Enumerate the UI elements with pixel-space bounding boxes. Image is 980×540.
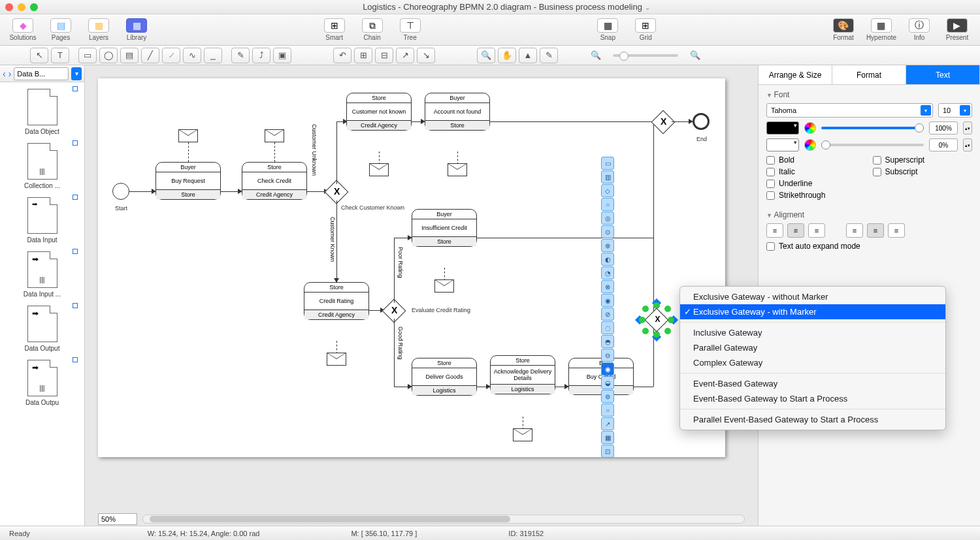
- task-not-known[interactable]: Store Customer not known Credit Agency: [346, 93, 412, 131]
- align-left[interactable]: ≡: [766, 223, 783, 238]
- tool-ungroup[interactable]: ⊟: [375, 48, 393, 63]
- gateway-merge[interactable]: X: [651, 110, 676, 135]
- nav-forward-button[interactable]: ›: [8, 69, 12, 79]
- canvas[interactable]: Start Buyer Buy Request Store Store Chec…: [85, 65, 758, 526]
- strip-icon[interactable]: ○: [601, 198, 614, 211]
- strip-icon[interactable]: ◐: [601, 253, 614, 266]
- toolbar-tree[interactable]: ⊤Tree: [394, 18, 427, 41]
- tool-eyedropper[interactable]: ✎: [540, 48, 558, 63]
- menu-event-start[interactable]: Event-Based Gateway to Start a Process: [680, 391, 945, 406]
- task-ack[interactable]: Store Acknowledge Delivery Details Logis…: [490, 355, 555, 394]
- tool-text[interactable]: T: [51, 48, 69, 63]
- menu-event-based[interactable]: Event-Based Gateway: [680, 376, 945, 391]
- start-event[interactable]: [112, 183, 129, 200]
- check-subscript[interactable]: Subscript: [873, 167, 973, 176]
- align-center[interactable]: ≡: [787, 223, 804, 238]
- toolbar-grid[interactable]: ⊞Grid: [629, 18, 662, 41]
- strip-icon[interactable]: ⊖: [601, 349, 614, 362]
- tool-pointer[interactable]: ↖: [30, 48, 48, 63]
- font-section-header[interactable]: Font: [766, 90, 972, 99]
- toolbar-format[interactable]: 🎨Format: [827, 18, 860, 41]
- menu-excl-marker[interactable]: Exclusive Gateway - with Marker: [680, 304, 945, 319]
- strip-icon[interactable]: ◎: [601, 212, 614, 225]
- tool-table[interactable]: ▤: [120, 48, 139, 63]
- strip-icon[interactable]: ▭: [601, 157, 614, 170]
- minimize-window-button[interactable]: [18, 3, 25, 11]
- tool-hand[interactable]: ✋: [498, 48, 516, 63]
- strip-icon[interactable]: ⊡: [601, 445, 614, 458]
- task-credit-rating[interactable]: Store Credit Rating Credit Agency: [304, 282, 369, 320]
- valign-middle[interactable]: ≡: [867, 223, 884, 238]
- task-insufficient[interactable]: Buyer Insufficient Credit Store: [412, 209, 477, 247]
- strip-icon[interactable]: ⊘: [601, 308, 614, 321]
- tab-text[interactable]: Text: [906, 65, 980, 84]
- strip-icon[interactable]: ⊗: [601, 280, 614, 293]
- zoom-out-button[interactable]: 🔍: [587, 48, 605, 63]
- strip-icon[interactable]: ⊕: [601, 239, 614, 252]
- font-size-select[interactable]: 10▾: [938, 103, 972, 118]
- zoom-window-button[interactable]: [30, 3, 38, 11]
- check-auto-expand[interactable]: Text auto expand mode: [766, 242, 972, 251]
- strip-icon[interactable]: ▥: [601, 170, 614, 183]
- zoom-level[interactable]: 50%: [98, 513, 137, 525]
- tab-format[interactable]: Format: [832, 65, 906, 84]
- strip-icon[interactable]: ◓: [601, 335, 614, 348]
- tool-line[interactable]: ╱: [141, 48, 159, 63]
- toolbar-chain[interactable]: ⧉Chain: [356, 18, 389, 41]
- tool-spline[interactable]: ∿: [183, 48, 201, 63]
- horizontal-scrollbar[interactable]: [142, 515, 745, 524]
- zoom-in-button[interactable]: 🔍: [686, 48, 704, 63]
- strip-icon[interactable]: ↗: [601, 417, 614, 430]
- text-color-well[interactable]: [766, 121, 799, 135]
- tool-crop[interactable]: ▣: [273, 48, 291, 63]
- check-strikethrough[interactable]: Strikethrough: [766, 191, 866, 200]
- toolbar-info[interactable]: ⓘInfo: [903, 18, 936, 41]
- opacity-stepper-2[interactable]: ▴▾: [963, 138, 972, 151]
- toolbar-hypernote[interactable]: ▦Hypernote: [865, 18, 898, 41]
- menu-complex[interactable]: Complex Gateway: [680, 355, 945, 370]
- tool-ellipse[interactable]: ◯: [99, 48, 118, 63]
- opacity-stepper-1[interactable]: ▴▾: [963, 121, 972, 135]
- close-window-button[interactable]: [5, 3, 13, 11]
- opacity-slider-1[interactable]: [821, 127, 924, 129]
- toolbar-pages[interactable]: ▤Pages: [44, 18, 77, 41]
- check-underline[interactable]: Underline: [766, 179, 866, 188]
- title-dropdown-icon[interactable]: ⌄: [645, 4, 650, 11]
- task-not-found[interactable]: Buyer Account not found Store: [425, 93, 490, 131]
- shape-data-input-coll[interactable]: ➡|||Data Input ...: [0, 247, 84, 302]
- strip-icon[interactable]: ◇: [601, 184, 614, 197]
- strip-icon[interactable]: ◔: [601, 266, 614, 279]
- shape-collection[interactable]: |||Collection ...: [0, 139, 84, 193]
- alignment-section-header[interactable]: Aligment: [766, 210, 972, 219]
- end-event[interactable]: [693, 113, 710, 130]
- toolbar-layers[interactable]: ▦Layers: [82, 18, 115, 41]
- tool-zoom[interactable]: 🔍: [477, 48, 495, 63]
- strip-icon[interactable]: ⊚: [601, 390, 614, 403]
- tool-group[interactable]: ⊞: [354, 48, 372, 63]
- shape-data-output[interactable]: ➡Data Output: [0, 302, 84, 356]
- toolbar-smart[interactable]: ⊞Smart: [318, 18, 351, 41]
- color-picker-icon[interactable]: [804, 139, 816, 151]
- strip-icon[interactable]: ◌: [601, 321, 614, 334]
- shape-data-object[interactable]: Data Object: [0, 85, 84, 139]
- tool-back[interactable]: ↘: [417, 48, 435, 63]
- check-bold[interactable]: Bold: [766, 155, 866, 165]
- tool-front[interactable]: ↗: [396, 48, 414, 63]
- font-family-select[interactable]: Tahoma▾: [766, 103, 933, 118]
- toolbar-solutions[interactable]: ◆Solutions: [7, 18, 39, 41]
- strip-icon[interactable]: ○: [601, 404, 614, 417]
- strip-icon[interactable]: ◒: [601, 376, 614, 389]
- menu-excl-no-marker[interactable]: Exclusive Gateway - without Marker: [680, 289, 945, 304]
- opacity-slider-2[interactable]: [821, 144, 924, 146]
- strip-icon[interactable]: ▦: [601, 431, 614, 444]
- strip-icon-selected[interactable]: ◉: [601, 362, 614, 375]
- tab-arrange[interactable]: Arrange & Size: [759, 65, 832, 84]
- tool-undo[interactable]: ↶: [333, 48, 351, 63]
- strip-icon[interactable]: ⊙: [601, 225, 614, 238]
- task-buy-request[interactable]: Buyer Buy Request Store: [155, 162, 221, 200]
- color-picker-icon[interactable]: [804, 122, 816, 134]
- tool-erase[interactable]: ✎: [231, 48, 250, 63]
- shape-data-input[interactable]: ➡Data Input: [0, 193, 84, 247]
- tool-arc[interactable]: ⟋: [162, 48, 180, 63]
- task-deliver[interactable]: Store Deliver Goods Logistics: [412, 358, 477, 396]
